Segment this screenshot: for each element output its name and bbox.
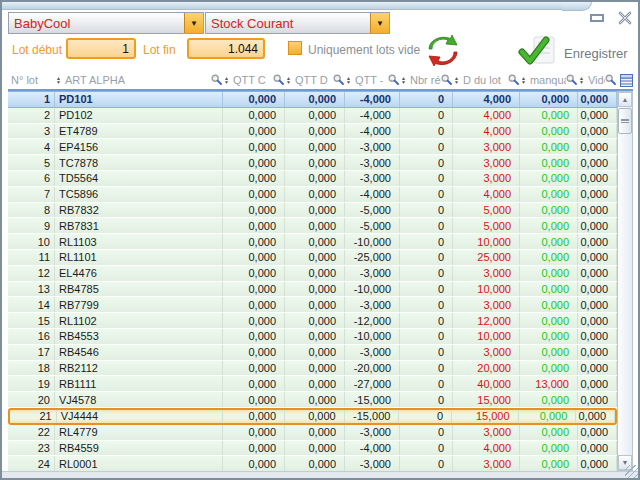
cell-qtt_c[interactable]: 0,000 xyxy=(223,139,285,154)
cell-d_du_lot[interactable]: 4,000 xyxy=(453,108,520,123)
cell-manquant[interactable]: 0,000 xyxy=(520,250,578,265)
cell-nbr_rece[interactable]: 0 xyxy=(400,203,453,218)
cell-nbr_rece[interactable]: 0 xyxy=(400,297,453,312)
chevron-down-icon[interactable]: ▼ xyxy=(184,13,203,33)
cell-qtt_d[interactable]: 0,000 xyxy=(285,282,345,297)
cell-qtt_c[interactable]: 0,000 xyxy=(223,171,285,186)
cell-qtt_c[interactable]: 0,000 xyxy=(223,92,285,107)
cell-n_lot[interactable]: 18 xyxy=(8,361,55,376)
cell-manquant[interactable]: 0,000 xyxy=(520,139,578,154)
cell-n_lot[interactable]: 3 xyxy=(8,124,55,139)
column-header-qtt_d[interactable]: ▲▼ QTT D xyxy=(285,70,345,89)
filter-magnifier-icon[interactable] xyxy=(441,74,452,85)
cell-art_alpha[interactable]: RB4546 xyxy=(55,345,223,360)
cell-qtt_minus[interactable]: -4,000 xyxy=(345,441,400,456)
table-row[interactable]: 12EL44760,0000,000-3,00003,0000,0000,000 xyxy=(8,266,617,282)
resize-grip-icon[interactable] xyxy=(625,465,638,478)
cell-manquant[interactable]: 0,000 xyxy=(520,425,578,440)
cell-d_du_lot[interactable]: 4,000 xyxy=(453,92,520,107)
cell-qtt_minus[interactable]: -15,000 xyxy=(345,410,400,423)
cell-n_lot[interactable]: 9 xyxy=(8,218,55,233)
cell-manquant[interactable]: 0,000 xyxy=(520,282,578,297)
cell-nbr_rece[interactable]: 0 xyxy=(400,313,453,328)
cell-qtt_minus[interactable]: -4,000 xyxy=(345,108,400,123)
cell-art_alpha[interactable]: RL1101 xyxy=(55,250,223,265)
cell-qtt_c[interactable]: 0,000 xyxy=(223,187,285,202)
cell-d_du_lot[interactable]: 3,000 xyxy=(453,139,520,154)
cell-manquant[interactable]: 0,000 xyxy=(520,297,578,312)
cell-qtt_minus[interactable]: -15,000 xyxy=(345,392,400,407)
cell-n_lot[interactable]: 2 xyxy=(8,108,55,123)
cell-manquant[interactable]: 0,000 xyxy=(520,234,578,249)
cell-manquant[interactable]: 0,000 xyxy=(520,345,578,360)
cell-vide[interactable]: 0,000 xyxy=(578,392,617,407)
cell-vide[interactable]: 0,000 xyxy=(578,250,617,265)
filter-magnifier-icon[interactable] xyxy=(273,74,284,85)
cell-manquant[interactable]: 0,000 xyxy=(520,392,578,407)
table-row[interactable]: 15RL11020,0000,000-12,000012,0000,0000,0… xyxy=(8,313,617,329)
cell-qtt_minus[interactable]: -27,000 xyxy=(345,376,400,391)
cell-nbr_rece[interactable]: 0 xyxy=(400,171,453,186)
cell-nbr_rece[interactable]: 0 xyxy=(400,139,453,154)
table-row[interactable]: 17RB45460,0000,000-3,00003,0000,0000,000 xyxy=(8,345,617,361)
cell-qtt_d[interactable]: 0,000 xyxy=(285,313,345,328)
table-row[interactable]: 10RL11030,0000,000-10,000010,0000,0000,0… xyxy=(8,234,617,250)
cell-nbr_rece[interactable]: 0 xyxy=(400,124,453,139)
table-row[interactable]: 16RB45530,0000,000-10,000010,0000,0000,0… xyxy=(8,329,617,345)
cell-nbr_rece[interactable]: 0 xyxy=(400,376,453,391)
cell-vide[interactable]: 0,000 xyxy=(578,345,617,360)
cell-vide[interactable]: 0,000 xyxy=(578,203,617,218)
cell-vide[interactable]: 0,000 xyxy=(578,108,617,123)
cell-manquant[interactable]: 0,000 xyxy=(520,92,578,107)
cell-qtt_d[interactable]: 0,000 xyxy=(285,218,345,233)
cell-qtt_d[interactable]: 0,000 xyxy=(285,425,345,440)
cell-qtt_d[interactable]: 0,000 xyxy=(285,108,345,123)
cell-qtt_d[interactable]: 0,000 xyxy=(285,392,345,407)
sort-arrows-icon[interactable]: ▲▼ xyxy=(521,76,526,84)
cell-art_alpha[interactable]: RL4779 xyxy=(55,425,223,440)
table-row[interactable]: 13RB47850,0000,000-10,000010,0000,0000,0… xyxy=(8,282,617,298)
cell-qtt_c[interactable]: 0,000 xyxy=(223,392,285,407)
cell-n_lot[interactable]: 1 xyxy=(8,92,55,107)
table-row[interactable]: 14RB77990,0000,000-3,00003,0000,0000,000 xyxy=(8,297,617,313)
cell-manquant[interactable]: 0,000 xyxy=(520,313,578,328)
cell-art_alpha[interactable]: EP4156 xyxy=(55,139,223,154)
cell-vide[interactable]: 0,000 xyxy=(578,234,617,249)
cell-nbr_rece[interactable]: 0 xyxy=(400,329,453,344)
cell-d_du_lot[interactable]: 5,000 xyxy=(453,203,520,218)
cell-d_du_lot[interactable]: 40,000 xyxy=(453,376,520,391)
cell-d_du_lot[interactable]: 3,000 xyxy=(453,425,520,440)
cell-n_lot[interactable]: 15 xyxy=(8,313,55,328)
cell-vide[interactable]: 0,000 xyxy=(578,218,617,233)
cell-qtt_minus[interactable]: -10,000 xyxy=(345,282,400,297)
column-chooser-icon[interactable] xyxy=(620,73,633,87)
cell-art_alpha[interactable]: VJ4444 xyxy=(57,410,224,423)
cell-manquant[interactable]: 0,000 xyxy=(520,441,578,456)
cell-manquant[interactable]: 13,000 xyxy=(520,376,578,391)
cell-n_lot[interactable]: 24 xyxy=(8,456,55,471)
cell-nbr_rece[interactable]: 0 xyxy=(400,456,453,471)
cell-vide[interactable]: 0,000 xyxy=(578,282,617,297)
cell-qtt_c[interactable]: 0,000 xyxy=(223,297,285,312)
cell-n_lot[interactable]: 14 xyxy=(8,297,55,312)
cell-vide[interactable]: 0,000 xyxy=(578,297,617,312)
cell-qtt_c[interactable]: 0,000 xyxy=(223,329,285,344)
cell-n_lot[interactable]: 16 xyxy=(8,329,55,344)
table-row[interactable]: 21VJ44440,0000,000-15,000015,0000,0000,0… xyxy=(8,408,617,425)
filter-magnifier-icon[interactable] xyxy=(388,74,399,85)
cell-d_du_lot[interactable]: 10,000 xyxy=(453,282,520,297)
cell-n_lot[interactable]: 13 xyxy=(8,282,55,297)
cell-vide[interactable]: 0,000 xyxy=(578,361,617,376)
cell-qtt_minus[interactable]: -3,000 xyxy=(345,139,400,154)
cell-qtt_c[interactable]: 0,000 xyxy=(223,361,285,376)
cell-qtt_minus[interactable]: -3,000 xyxy=(345,297,400,312)
filter-magnifier-icon[interactable] xyxy=(508,74,519,85)
column-header-d_du_lot[interactable]: ▲▼ D du lot xyxy=(453,70,520,89)
column-header-manquant[interactable]: ▲▼ manquant xyxy=(520,70,578,89)
only-empty-lots-checkbox[interactable] xyxy=(288,41,302,55)
cell-qtt_c[interactable]: 0,000 xyxy=(223,250,285,265)
cell-qtt_d[interactable]: 0,000 xyxy=(285,361,345,376)
minimize-icon[interactable] xyxy=(590,14,604,22)
cell-n_lot[interactable]: 19 xyxy=(8,376,55,391)
cell-n_lot[interactable]: 12 xyxy=(8,266,55,281)
